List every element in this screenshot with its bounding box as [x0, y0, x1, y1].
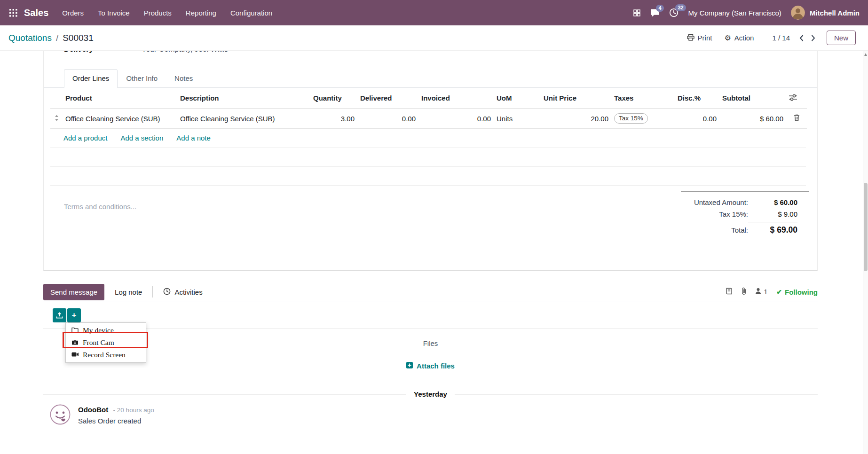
cell-quantity[interactable]: 3.00: [310, 109, 357, 128]
header-taxes: Taxes: [611, 88, 675, 109]
video-icon: [71, 351, 79, 359]
messages-badge: 4: [656, 5, 663, 12]
sheet-footer: Terms and conditions... Untaxed Amount: …: [64, 191, 809, 237]
menu-item-front-cam[interactable]: Front Cam: [66, 337, 146, 349]
attachment-composer: +: [53, 308, 81, 322]
tax-label: Tax 15%:: [681, 210, 748, 218]
company-switcher[interactable]: My Company (San Francisco): [688, 9, 781, 17]
following-label: Following: [785, 288, 818, 296]
breadcrumb-quotations[interactable]: Quotations: [8, 33, 52, 43]
menu-reporting[interactable]: Reporting: [179, 5, 223, 21]
cell-product[interactable]: Office Cleaning Service (SUB): [63, 109, 177, 128]
add-a-note-link[interactable]: Add a note: [176, 134, 211, 142]
check-icon: ✔: [776, 288, 782, 296]
user-menu[interactable]: Mitchell Admin: [810, 9, 860, 17]
chatter-systray: 1 ✔ Following: [726, 287, 818, 297]
pager-next-button[interactable]: [807, 33, 819, 43]
header-unit-price: Unit Price: [541, 88, 611, 109]
cell-disc[interactable]: 0.00: [675, 109, 719, 128]
cell-description[interactable]: Office Cleaning Service (SUB): [177, 109, 310, 128]
top-navbar: Sales Orders To Invoice Products Reporti…: [0, 0, 868, 25]
navbar-systray: 4 32 My Company (San Francisco) Mitchell…: [633, 6, 860, 20]
menu-item-record-screen[interactable]: Record Screen: [66, 349, 146, 361]
followers-count: 1: [764, 288, 767, 296]
messages-icon[interactable]: 4: [650, 8, 660, 17]
printer-icon: [687, 34, 694, 42]
cell-invoiced[interactable]: 0.00: [418, 109, 494, 128]
clipped-field-row: Delivery Your Company, Joel Willis: [44, 51, 817, 55]
header-product: Product: [63, 88, 177, 109]
action-button[interactable]: ⚙ Action: [720, 31, 758, 45]
following-button[interactable]: ✔ Following: [776, 288, 818, 296]
send-message-button[interactable]: Send message: [43, 284, 104, 300]
cell-uom[interactable]: Units: [494, 109, 541, 128]
header-subtotal: Subtotal: [719, 88, 786, 109]
message-timestamp: - 20 hours ago: [113, 407, 154, 414]
print-button[interactable]: Print: [683, 31, 717, 45]
pager-previous-button[interactable]: [796, 33, 807, 43]
chatter-toolbar: Send message Log note Activities 1 ✔ Fol…: [43, 282, 818, 302]
breadcrumb: Quotations / S00031: [8, 33, 94, 43]
upload-button[interactable]: [53, 308, 66, 322]
untaxed-amount-row: Untaxed Amount: $ 60.00: [681, 196, 797, 208]
menu-configuration[interactable]: Configuration: [223, 5, 279, 21]
header-uom: UoM: [494, 88, 541, 109]
cell-delivered[interactable]: 0.00: [357, 109, 418, 128]
cell-unit-price[interactable]: 20.00: [541, 109, 611, 128]
menu-products[interactable]: Products: [137, 5, 179, 21]
new-button[interactable]: New: [827, 31, 856, 45]
cell-taxes: Tax 15%: [611, 109, 675, 128]
header-invoiced: Invoiced: [418, 88, 494, 109]
menu-item-my-device[interactable]: My device: [66, 324, 146, 337]
control-panel-actions: Print ⚙ Action 1 / 14 New: [679, 31, 856, 45]
totals-block: Untaxed Amount: $ 60.00 Tax 15%: $ 9.00 …: [681, 191, 809, 237]
apps-grid-icon[interactable]: [6, 6, 21, 20]
attach-files-label: Attach files: [417, 362, 455, 370]
vertical-scrollbar[interactable]: [863, 51, 868, 454]
paperclip-icon[interactable]: [742, 287, 746, 297]
person-icon: [755, 288, 761, 296]
chatter-divider-line: [43, 328, 818, 329]
scrollbar-thumb[interactable]: [864, 183, 868, 271]
front-cam-label: Front Cam: [83, 338, 114, 347]
scroll-up-arrow[interactable]: [864, 53, 867, 56]
form-sheet: Delivery Your Company, Joel Willis Order…: [43, 51, 818, 271]
header-description: Description: [177, 88, 310, 109]
tax-tag[interactable]: Tax 15%: [614, 113, 648, 124]
record-screen-label: Record Screen: [83, 351, 126, 359]
activities-badge: 32: [675, 4, 686, 11]
row-drag-handle-icon[interactable]: [50, 109, 63, 128]
header-disc: Disc.%: [675, 88, 719, 109]
content-area: Delivery Your Company, Joel Willis Order…: [0, 51, 868, 454]
add-attachment-button[interactable]: +: [67, 308, 81, 322]
user-avatar[interactable]: [791, 6, 805, 20]
menu-to-invoice[interactable]: To Invoice: [91, 5, 137, 21]
column-settings-icon[interactable]: [786, 88, 807, 109]
tab-order-lines[interactable]: Order Lines: [64, 69, 118, 88]
tab-other-info[interactable]: Other Info: [118, 69, 166, 88]
chatter-buttons: Send message Log note Activities: [43, 282, 206, 302]
grid-icon[interactable]: [633, 9, 640, 16]
delete-line-icon[interactable]: [786, 109, 807, 128]
book-icon[interactable]: [726, 288, 733, 297]
navbar-left: Sales Orders To Invoice Products Reporti…: [6, 5, 279, 21]
breadcrumb-separator: /: [56, 33, 58, 43]
add-a-section-link[interactable]: Add a section: [120, 134, 163, 142]
activities-button[interactable]: Activities: [159, 283, 206, 301]
pager-counter: 1 / 14: [772, 34, 790, 42]
log-note-button[interactable]: Log note: [111, 284, 146, 300]
tab-notes[interactable]: Notes: [166, 69, 201, 88]
menu-orders[interactable]: Orders: [55, 5, 91, 21]
attach-files-link[interactable]: Attach files: [43, 362, 818, 370]
terms-placeholder[interactable]: Terms and conditions...: [64, 191, 136, 237]
control-panel: Quotations / S00031 Print ⚙ Action 1 / 1…: [0, 25, 868, 51]
activity-clock-icon[interactable]: 32: [669, 8, 679, 17]
folder-icon: [71, 326, 79, 335]
app-name[interactable]: Sales: [24, 8, 48, 18]
tax-value: $ 9.00: [748, 210, 797, 218]
followers-button[interactable]: 1: [755, 288, 767, 296]
message-content: OdooBot - 20 hours ago Sales Order creat…: [78, 404, 154, 427]
add-a-product-link[interactable]: Add a product: [63, 134, 107, 142]
notebook-tabs: Order Lines Other Info Notes: [44, 69, 817, 88]
odoobot-avatar: [50, 404, 71, 427]
